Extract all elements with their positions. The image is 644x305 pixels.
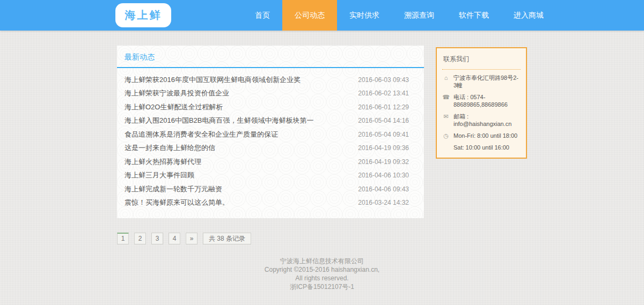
pagination-page-4[interactable]: 4: [169, 233, 180, 244]
news-row: 海上鲜三月大事件回顾 2016-04-06 10:30: [117, 169, 424, 183]
nav-item-realtime-supply[interactable]: 实时供求: [337, 0, 392, 31]
news-list: 海上鲜荣获2016年度中国互联网生鲜电商领域创新企业奖 2016-06-03 0…: [117, 68, 424, 210]
news-title-link[interactable]: 海上鲜火热招募海鲜代理: [125, 157, 201, 167]
footer-company-name: 宁波海上鲜信息技术有限公司: [0, 257, 644, 265]
nav-menu: 首页 公司动态 实时供求 溯源查询 软件下载 进入商城: [243, 0, 556, 31]
news-row: 海上鲜O2O生鲜配送全过程解析 2016-06-01 12:29: [117, 100, 424, 114]
news-row: 海上鲜荣获宁波最具投资价值企业 2016-06-02 13:41: [117, 87, 424, 101]
brand-logo[interactable]: 海上鲜: [115, 3, 171, 27]
news-title-link[interactable]: 海上鲜完成新一轮数千万元融资: [125, 184, 222, 194]
news-column: 最新动态 海上鲜荣获2016年度中国互联网生鲜电商领域创新企业奖 2016-06…: [117, 46, 424, 244]
nav-item-software-download[interactable]: 软件下载: [447, 0, 501, 31]
news-title-link[interactable]: 海上鲜O2O生鲜配送全过程解析: [125, 102, 223, 112]
news-row: 震惊！买海鲜原来可以这么简单。 2016-03-24 14:32: [117, 196, 424, 210]
news-title-link[interactable]: 海上鲜入围2016中国B2B电商百强，生鲜领域中海鲜板块第一: [125, 116, 314, 125]
contact-hours-weekday-row: ◷ Mon-Fri: 8:00 until 18:00: [442, 132, 521, 139]
news-date: 2016-05-04 14:16: [358, 117, 409, 124]
news-row: 海上鲜入围2016中国B2B电商百强，生鲜领域中海鲜板块第一 2016-05-0…: [117, 114, 424, 128]
contact-hours-saturday: Sat: 10:00 until 16:00: [453, 144, 509, 151]
home-icon: ⌂: [442, 74, 450, 81]
pagination-page-3[interactable]: 3: [151, 233, 163, 244]
footer-rights: All rights reserved.: [0, 274, 644, 282]
news-row: 海上鲜荣获2016年度中国互联网生鲜电商领域创新企业奖 2016-06-03 0…: [117, 73, 424, 87]
nav-item-home[interactable]: 首页: [243, 0, 282, 31]
news-title-link[interactable]: 食品追溯体系是消费者安全和企业生产质量的保证: [125, 130, 278, 139]
news-panel: 最新动态 海上鲜荣获2016年度中国互联网生鲜电商领域创新企业奖 2016-06…: [117, 46, 424, 218]
pagination-page-1[interactable]: 1: [117, 233, 129, 244]
page: 海上鲜 首页 公司动态 实时供求 溯源查询 软件下载 进入商城 最新动态 海上鲜…: [0, 0, 644, 305]
contact-address-row: ⌂ 宁波市奉化汇明路98号2-3幢: [442, 74, 521, 89]
contact-list: ⌂ 宁波市奉化汇明路98号2-3幢 ☎ 电话 : 0574-88689865,8…: [442, 74, 521, 151]
contact-phone: 电话 : 0574-88689865,88689866: [453, 93, 521, 108]
news-date: 2016-06-01 12:29: [358, 103, 409, 111]
pagination-next-button[interactable]: »: [186, 233, 197, 244]
contact-phone-row: ☎ 电话 : 0574-88689865,88689866: [442, 93, 521, 108]
news-title-link[interactable]: 海上鲜三月大事件回顾: [125, 170, 194, 180]
nav-item-company-news[interactable]: 公司动态: [282, 0, 337, 31]
footer-icp-number: 浙ICP备15012107号-1: [0, 282, 644, 291]
contact-hours-saturday-row: Sat: 10:00 until 16:00: [442, 144, 521, 151]
clock-icon: ◷: [442, 132, 450, 139]
news-row: 海上鲜完成新一轮数千万元融资 2016-04-06 09:43: [117, 182, 424, 196]
pagination: 1 2 3 4 » 共 38 条记录: [117, 233, 424, 244]
footer: 宁波海上鲜信息技术有限公司 Copyright ©2015-2016 haish…: [0, 257, 644, 291]
contact-hours-weekday: Mon-Fri: 8:00 until 18:00: [453, 132, 517, 139]
content: 最新动态 海上鲜荣获2016年度中国互联网生鲜电商领域创新企业奖 2016-06…: [117, 46, 527, 244]
navbar: 海上鲜 首页 公司动态 实时供求 溯源查询 软件下载 进入商城: [0, 0, 644, 31]
footer-copyright: Copyright ©2015-2016 haishangxian.cn,: [0, 265, 644, 274]
news-row: 海上鲜火热招募海鲜代理 2016-04-19 09:32: [117, 155, 424, 169]
news-date: 2016-04-19 09:32: [358, 158, 409, 166]
contact-panel-title: 联系我们: [442, 54, 521, 70]
brand-logo-text: 海上鲜: [125, 8, 162, 23]
mail-icon: ✉: [442, 113, 450, 120]
contact-panel: 联系我们 ⌂ 宁波市奉化汇明路98号2-3幢 ☎ 电话 : 0574-88689…: [436, 47, 527, 159]
news-title-link[interactable]: 这是一封来自海上鲜给您的信: [125, 143, 215, 153]
news-row: 这是一封来自海上鲜给您的信 2016-04-19 09:36: [117, 142, 424, 155]
contact-email-row: ✉ 邮箱 : info@haishangxian.cn: [442, 113, 521, 128]
news-date: 2016-06-03 09:43: [358, 76, 409, 84]
pagination-page-2[interactable]: 2: [134, 233, 146, 244]
pagination-total-count: 共 38 条记录: [203, 233, 251, 244]
news-title-link[interactable]: 海上鲜荣获宁波最具投资价值企业: [125, 88, 229, 98]
news-date: 2016-06-02 13:41: [358, 90, 409, 97]
news-section-title: 最新动态: [125, 53, 155, 61]
news-date: 2016-05-04 09:41: [358, 131, 409, 138]
news-row: 食品追溯体系是消费者安全和企业生产质量的保证 2016-05-04 09:41: [117, 128, 424, 142]
news-date: 2016-04-06 10:30: [358, 172, 409, 179]
news-date: 2016-04-19 09:36: [358, 144, 409, 152]
nav-item-trace-query[interactable]: 溯源查询: [392, 0, 447, 31]
contact-email: 邮箱 : info@haishangxian.cn: [453, 113, 521, 128]
nav-item-enter-mall[interactable]: 进入商城: [501, 0, 556, 31]
contact-address: 宁波市奉化汇明路98号2-3幢: [453, 74, 521, 89]
news-date: 2016-04-06 09:43: [358, 185, 409, 193]
phone-icon: ☎: [442, 93, 450, 101]
news-title-link[interactable]: 海上鲜荣获2016年度中国互联网生鲜电商领域创新企业奖: [125, 75, 301, 85]
news-date: 2016-03-24 14:32: [358, 199, 409, 206]
news-title-link[interactable]: 震惊！买海鲜原来可以这么简单。: [125, 198, 229, 207]
news-panel-header: 最新动态: [117, 46, 424, 68]
